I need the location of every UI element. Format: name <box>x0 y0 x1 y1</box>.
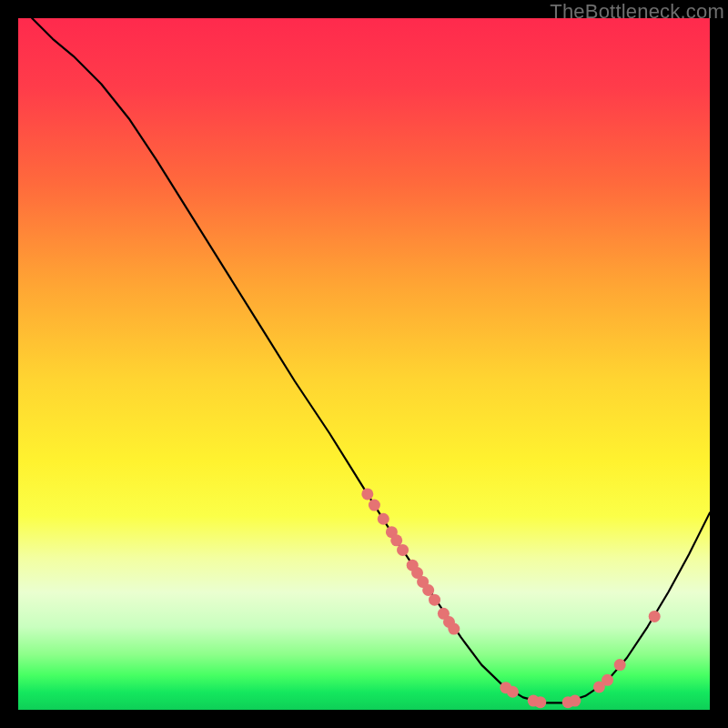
scatter-dot <box>378 513 389 525</box>
scatter-dot <box>397 544 409 556</box>
plot-svg <box>18 18 710 710</box>
scatter-dot <box>602 674 613 686</box>
scatter-dot <box>534 696 546 708</box>
scatter-dot <box>429 594 440 606</box>
scatter-dot <box>507 686 519 698</box>
scatter-dot <box>422 584 434 596</box>
scatter-dot <box>369 500 380 511</box>
scatter-dot <box>448 623 460 635</box>
plot-frame <box>18 18 710 710</box>
scatter-dot <box>390 534 402 546</box>
scatter-dot <box>569 695 581 707</box>
watermark-text: TheBottleneck.com <box>550 0 724 24</box>
scatter-dot <box>361 488 373 500</box>
scatter-dot <box>649 611 661 622</box>
scatter-dots <box>361 488 660 708</box>
bottleneck-curve <box>32 18 710 703</box>
scatter-dot <box>614 659 626 671</box>
